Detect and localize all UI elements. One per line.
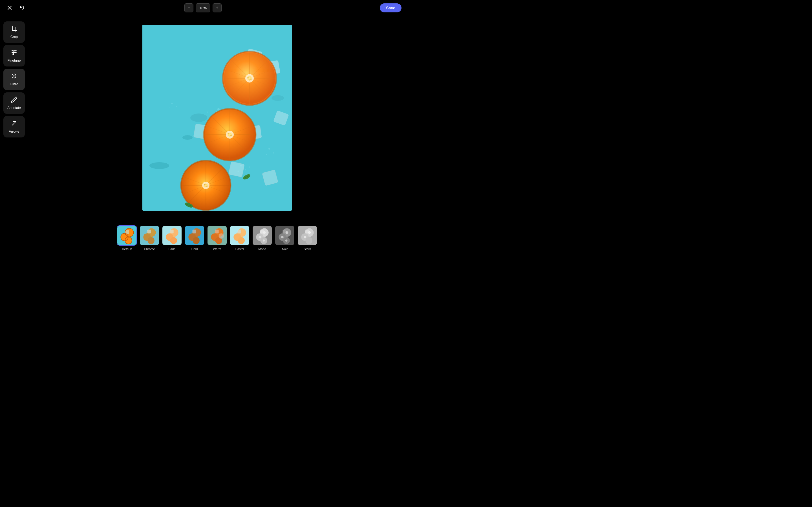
svg-point-156 bbox=[259, 236, 261, 238]
svg-point-101 bbox=[268, 148, 270, 150]
close-button[interactable] bbox=[4, 3, 15, 13]
svg-point-165 bbox=[281, 236, 284, 238]
svg-point-7 bbox=[13, 54, 14, 55]
toolbar-right: Save bbox=[380, 3, 402, 12]
svg-point-6 bbox=[14, 52, 15, 53]
svg-point-106 bbox=[169, 108, 170, 108]
filter-cold-label: Cold bbox=[192, 247, 198, 251]
undo-button[interactable] bbox=[17, 3, 27, 13]
filter-thumb-pastel bbox=[230, 225, 250, 245]
svg-point-174 bbox=[304, 236, 306, 238]
svg-rect-127 bbox=[162, 226, 182, 245]
svg-point-157 bbox=[263, 239, 265, 242]
zoom-out-button[interactable]: − bbox=[185, 3, 193, 12]
svg-line-16 bbox=[12, 77, 13, 78]
svg-line-14 bbox=[15, 77, 16, 78]
svg-point-103 bbox=[266, 154, 267, 155]
svg-rect-172 bbox=[298, 226, 317, 245]
save-button[interactable]: Save bbox=[380, 3, 402, 12]
filter-strip: Default Chrome bbox=[28, 223, 406, 253]
svg-point-67 bbox=[250, 78, 252, 80]
canvas-area bbox=[28, 16, 406, 253]
filter-default-label: Default bbox=[122, 247, 132, 251]
svg-point-20 bbox=[183, 135, 193, 140]
filter-noir[interactable]: Noir bbox=[273, 225, 296, 251]
filter-cold[interactable]: Cold bbox=[183, 225, 206, 251]
filter-chrome[interactable]: Chrome bbox=[138, 225, 161, 251]
filter-thumb-mono bbox=[252, 225, 272, 245]
svg-point-164 bbox=[286, 231, 288, 234]
photo-svg bbox=[142, 25, 292, 211]
svg-rect-149 bbox=[230, 226, 249, 245]
svg-rect-120 bbox=[140, 226, 159, 245]
left-sidebar: Crop Finetune bbox=[0, 16, 28, 253]
filter-thumb-chrome bbox=[139, 225, 160, 245]
svg-point-34 bbox=[207, 112, 208, 113]
filter-thumb-noir bbox=[274, 225, 295, 245]
svg-point-5 bbox=[13, 50, 14, 51]
filter-chrome-label: Chrome bbox=[144, 247, 155, 251]
svg-point-37 bbox=[245, 169, 246, 170]
filter-pastel-label: Pastel bbox=[236, 247, 244, 251]
annotate-tool[interactable]: Annotate bbox=[3, 93, 25, 114]
svg-point-82 bbox=[231, 135, 232, 136]
filter-fade[interactable]: Fade bbox=[161, 225, 183, 251]
finetune-label: Finetune bbox=[8, 59, 21, 62]
svg-point-105 bbox=[175, 106, 177, 107]
filter-thumb-stark bbox=[297, 225, 317, 245]
svg-line-17 bbox=[12, 121, 16, 125]
filter-warm[interactable]: Warm bbox=[206, 225, 229, 251]
filter-label: Filter bbox=[10, 82, 18, 86]
svg-point-8 bbox=[13, 75, 15, 77]
svg-rect-163 bbox=[275, 226, 294, 245]
svg-point-68 bbox=[249, 79, 250, 80]
image-container bbox=[142, 25, 292, 211]
top-toolbar: − 18% + Save bbox=[0, 0, 406, 16]
svg-point-173 bbox=[308, 231, 311, 234]
toolbar-left bbox=[4, 3, 27, 13]
svg-point-102 bbox=[273, 152, 274, 154]
svg-point-65 bbox=[249, 77, 250, 79]
svg-point-39 bbox=[249, 166, 250, 168]
arrows-tool[interactable]: Arrows bbox=[3, 116, 25, 137]
filter-mono-label: Mono bbox=[258, 247, 266, 251]
main-image bbox=[142, 25, 292, 211]
svg-point-81 bbox=[227, 133, 229, 134]
filter-thumb-fade bbox=[162, 225, 182, 245]
annotate-label: Annotate bbox=[7, 106, 21, 110]
svg-point-166 bbox=[285, 239, 288, 242]
arrows-label: Arrows bbox=[9, 129, 19, 133]
svg-line-15 bbox=[15, 74, 16, 75]
filter-default[interactable]: Default bbox=[116, 225, 138, 251]
svg-rect-128 bbox=[170, 230, 173, 233]
filter-icon bbox=[11, 73, 17, 80]
svg-point-155 bbox=[263, 231, 266, 234]
finetune-tool[interactable]: Finetune bbox=[3, 45, 25, 66]
svg-rect-134 bbox=[192, 230, 196, 233]
filter-pastel[interactable]: Pastel bbox=[229, 225, 251, 251]
svg-point-80 bbox=[229, 134, 231, 135]
svg-point-96 bbox=[204, 184, 206, 185]
filter-stark[interactable]: Stark bbox=[296, 225, 319, 251]
crop-tool[interactable]: Crop bbox=[3, 21, 25, 43]
svg-point-142 bbox=[219, 233, 224, 238]
filter-thumb-cold bbox=[185, 225, 205, 245]
zoom-display: 18% bbox=[196, 3, 210, 12]
svg-line-13 bbox=[12, 74, 13, 75]
svg-point-21 bbox=[271, 95, 284, 101]
svg-point-97 bbox=[206, 186, 208, 187]
toolbar-center: − 18% + bbox=[185, 3, 221, 12]
svg-point-104 bbox=[171, 103, 173, 105]
zoom-in-button[interactable]: + bbox=[213, 3, 221, 12]
filter-fade-label: Fade bbox=[168, 247, 175, 251]
crop-icon bbox=[11, 25, 17, 33]
crop-label: Crop bbox=[10, 35, 18, 39]
svg-point-23 bbox=[217, 108, 220, 110]
filter-thumb-warm bbox=[207, 225, 227, 245]
filter-warm-label: Warm bbox=[213, 247, 221, 251]
filter-stark-label: Stark bbox=[304, 247, 311, 251]
filter-mono[interactable]: Mono bbox=[251, 225, 273, 251]
svg-rect-111 bbox=[125, 230, 129, 234]
filter-tool[interactable]: Filter bbox=[3, 69, 25, 90]
sliders-icon bbox=[11, 49, 17, 57]
